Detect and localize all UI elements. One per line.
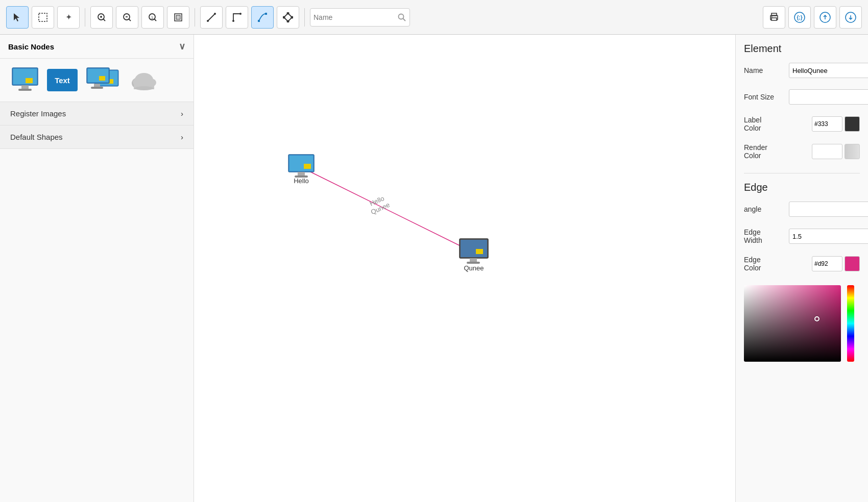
svg-point-17 (214, 13, 216, 15)
download-btn[interactable] (839, 6, 862, 29)
toolbar-right: {;} (763, 6, 862, 29)
hue-bar[interactable] (847, 285, 854, 362)
render-color-label: RenderColor (744, 143, 785, 160)
edge-width-row: EdgeWidth (744, 228, 860, 244)
register-images-chevron: › (181, 109, 183, 118)
marquee-tool-btn[interactable] (32, 6, 54, 29)
render-color-input[interactable] (812, 144, 842, 159)
name-input[interactable] (789, 63, 868, 78)
svg-point-19 (239, 13, 242, 15)
svg-point-18 (232, 20, 234, 22)
elbow-tool-btn[interactable] (226, 6, 248, 29)
two-monitors-icon (85, 67, 122, 93)
cloud-node-item[interactable] (129, 69, 159, 91)
svg-rect-48 (94, 84, 100, 87)
section-divider (744, 173, 860, 173)
color-gradient-bg[interactable] (744, 285, 841, 362)
render-color-swatch[interactable] (845, 144, 860, 159)
two-monitors-item[interactable] (85, 67, 122, 93)
default-shapes-label: Default Shapes (10, 133, 63, 141)
angle-label: angle (744, 205, 785, 213)
svg-text:1: 1 (151, 15, 154, 20)
search-input[interactable] (314, 13, 395, 21)
basic-nodes-grid: Text (0, 59, 194, 102)
monitor-icon (10, 67, 40, 93)
hello-node[interactable]: Hello (288, 155, 314, 185)
svg-line-6 (103, 19, 105, 21)
text-node-box[interactable]: Text (47, 69, 78, 91)
svg-text:{;}: {;} (797, 15, 802, 20)
canvas[interactable]: Hello Qunee Hello (194, 35, 735, 502)
monitor-node-item[interactable] (10, 67, 40, 93)
node-edit-btn[interactable] (277, 6, 299, 29)
svg-rect-65 (476, 249, 483, 254)
svg-rect-39 (26, 78, 33, 83)
edge-color-input[interactable] (812, 256, 842, 271)
cloud-icon (129, 69, 159, 91)
upload-btn[interactable] (814, 6, 836, 29)
svg-point-27 (399, 14, 404, 19)
basic-nodes-title: Basic Nodes (8, 42, 54, 51)
color-picker-row (744, 285, 856, 362)
move-tool-btn[interactable]: ✦ (57, 6, 80, 29)
zoom-fit-btn[interactable] (167, 6, 189, 29)
edge-width-input[interactable] (789, 229, 868, 244)
right-panel: Element Name Font Size LabelColor Render… (735, 35, 868, 502)
select-tool-btn[interactable] (6, 6, 29, 29)
toolbar: ✦ 1 (0, 0, 868, 35)
svg-line-28 (403, 18, 406, 21)
zoom-out-btn[interactable] (116, 6, 138, 29)
name-label: Name (744, 66, 785, 74)
svg-rect-64 (461, 240, 487, 257)
register-images-row[interactable]: Register Images › (0, 102, 194, 126)
canvas-svg: Hello Qunee Hello (194, 35, 735, 502)
label-color-swatch[interactable] (845, 116, 860, 132)
print-btn[interactable] (763, 6, 785, 29)
edge-color-row: EdgeColor (744, 256, 860, 272)
svg-line-15 (208, 14, 215, 21)
label-color-input[interactable] (812, 116, 842, 132)
basic-nodes-header[interactable]: Basic Nodes ∨ (0, 35, 194, 59)
label-color-label: LabelColor (744, 116, 785, 132)
angle-row: angle (744, 202, 860, 217)
default-shapes-row[interactable]: Default Shapes › (0, 126, 194, 149)
bezier-tool-btn[interactable] (251, 6, 274, 29)
toolbar-sep-2 (195, 8, 195, 27)
svg-point-16 (207, 20, 209, 22)
color-gradient-area[interactable] (744, 285, 841, 362)
svg-rect-60 (304, 164, 311, 169)
render-color-row: RenderColor (744, 143, 860, 160)
edge-hello-qunee[interactable] (301, 167, 474, 253)
svg-rect-61 (298, 172, 305, 175)
register-images-label: Register Images (10, 109, 66, 118)
edge-section-title: Edge (744, 182, 860, 193)
zoom-actual-btn[interactable]: 1 (141, 6, 164, 29)
edge-color-label: EdgeColor (744, 256, 785, 272)
svg-rect-47 (99, 76, 105, 81)
qunee-node[interactable]: Qunee (460, 239, 488, 272)
render-color-wrap (812, 144, 860, 159)
color-picker[interactable] (744, 285, 856, 362)
font-size-input[interactable] (789, 89, 868, 105)
element-section-title: Element (744, 43, 860, 55)
svg-rect-66 (470, 258, 477, 262)
svg-rect-20 (258, 20, 260, 22)
text-node-item[interactable]: Text (47, 69, 78, 91)
zoom-in-btn[interactable] (90, 6, 113, 29)
svg-rect-31 (771, 18, 777, 20)
font-size-row: Font Size (744, 89, 860, 105)
svg-rect-49 (91, 87, 103, 89)
svg-rect-30 (771, 13, 777, 16)
svg-line-9 (129, 19, 131, 21)
search-icon (397, 13, 406, 22)
svg-rect-40 (21, 85, 29, 89)
font-size-label: Font Size (744, 93, 785, 101)
code-btn[interactable]: {;} (788, 6, 811, 29)
svg-rect-67 (467, 262, 480, 264)
edge-color-wrap (812, 256, 860, 271)
svg-rect-14 (176, 15, 180, 19)
line-tool-btn[interactable] (200, 6, 223, 29)
angle-input[interactable] (789, 202, 868, 217)
edge-color-swatch[interactable] (845, 256, 860, 271)
edge-width-label: EdgeWidth (744, 228, 785, 244)
